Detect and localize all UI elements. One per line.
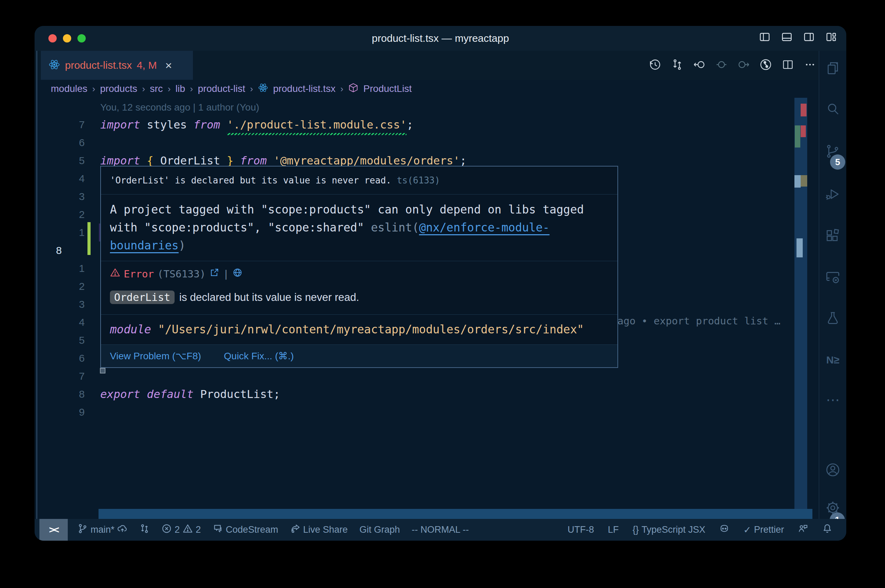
- copilot-status-item[interactable]: [719, 524, 729, 536]
- current-change-icon[interactable]: [715, 58, 728, 72]
- tooltip-module-section: module "/Users/juri/nrwl/content/myreact…: [101, 315, 618, 345]
- git-graph-status-item[interactable]: Git Graph: [359, 524, 400, 535]
- error-hover-tooltip: 'OrderList' is declared but its value is…: [100, 166, 618, 368]
- quick-fix-link[interactable]: Quick Fix... (⌘.): [224, 350, 294, 362]
- token: You, 12 seconds ago | 1 author (You): [100, 102, 259, 112]
- scrollbar-thumb[interactable]: [795, 175, 801, 188]
- extensions-icon[interactable]: [825, 228, 841, 243]
- line-number[interactable]: 2: [35, 278, 86, 296]
- editor-actions: [649, 51, 817, 80]
- gitlens-graph-icon[interactable]: [759, 58, 772, 72]
- token: default: [147, 388, 194, 401]
- breadcrumb-file[interactable]: product-list.tsx: [273, 83, 336, 94]
- testing-beaker-icon[interactable]: [825, 310, 841, 327]
- globe-icon[interactable]: [232, 267, 243, 280]
- line-number[interactable]: 6: [35, 349, 86, 367]
- toggle-panel-icon[interactable]: [781, 31, 793, 45]
- breadcrumb-product-list[interactable]: product-list: [198, 83, 245, 94]
- token: [194, 388, 200, 401]
- encoding-status-item[interactable]: UTF-8: [568, 524, 594, 535]
- previous-change-icon[interactable]: [693, 58, 706, 72]
- compare-changes-icon[interactable]: [671, 58, 684, 72]
- prettier-status-item[interactable]: ✓ Prettier: [743, 524, 784, 536]
- line-number[interactable]: 5: [35, 331, 86, 349]
- tooltip-resize-handle[interactable]: [100, 368, 105, 374]
- symbol-cube-icon: [348, 82, 359, 95]
- account-icon[interactable]: [825, 462, 841, 478]
- tab-product-list[interactable]: product-list.tsx 4, M ×: [41, 51, 193, 80]
- line-number[interactable]: 4: [35, 170, 86, 188]
- more-actions-icon[interactable]: [804, 58, 817, 72]
- token: [220, 118, 227, 131]
- search-icon[interactable]: [825, 101, 841, 117]
- branch-status-item[interactable]: main*: [77, 524, 128, 536]
- line-number[interactable]: 1: [35, 224, 86, 242]
- breadcrumb-lib[interactable]: lib: [176, 83, 185, 94]
- file-history-icon[interactable]: [649, 58, 662, 72]
- window-title: product-list.tsx — myreactapp: [35, 26, 846, 51]
- next-change-icon[interactable]: [737, 58, 750, 72]
- customize-layout-icon[interactable]: [825, 31, 837, 45]
- notifications-status-item[interactable]: [822, 524, 832, 536]
- line-number[interactable]: 1: [35, 260, 86, 278]
- breadcrumb-symbol[interactable]: ProductList: [363, 83, 412, 94]
- line-number[interactable]: 5: [35, 152, 86, 170]
- line-number[interactable]: 8: [35, 385, 86, 403]
- explorer-icon[interactable]: [825, 60, 841, 76]
- problems-status-item[interactable]: 2 2: [161, 524, 201, 536]
- view-problem-link[interactable]: View Problem (⌥F8): [110, 350, 201, 362]
- compare-status-item[interactable]: [139, 524, 150, 536]
- more-views-icon[interactable]: ⋯: [825, 393, 841, 409]
- line-number[interactable]: 8: [35, 242, 86, 260]
- split-editor-icon[interactable]: [781, 58, 795, 72]
- token: from: [194, 118, 220, 131]
- line-number[interactable]: 6: [35, 134, 86, 152]
- feedback-status-item[interactable]: [798, 524, 808, 536]
- breadcrumb-src[interactable]: src: [150, 83, 163, 94]
- breadcrumb-products[interactable]: products: [100, 83, 137, 94]
- line-number[interactable]: [35, 98, 86, 116]
- open-external-icon[interactable]: [209, 267, 219, 280]
- code-line: 9: [35, 403, 819, 421]
- line-number[interactable]: 7: [35, 367, 86, 385]
- line-number[interactable]: 7: [35, 116, 86, 134]
- codestream-status-item[interactable]: CodeStream: [213, 524, 278, 536]
- line-number[interactable]: 3: [35, 188, 86, 206]
- code-text[interactable]: export default ProductList;: [100, 385, 280, 403]
- token: ProductList;: [200, 388, 280, 401]
- line-number[interactable]: 2: [35, 206, 86, 224]
- overview-ruler[interactable]: [795, 98, 807, 509]
- remote-indicator[interactable]: ><: [39, 519, 68, 541]
- horizontal-scrollbar-thumb[interactable]: [99, 509, 812, 519]
- prettier-label: Prettier: [754, 524, 784, 535]
- nx-console-icon[interactable]: N≥: [825, 352, 841, 368]
- vim-mode-indicator[interactable]: -- NORMAL --: [412, 524, 469, 535]
- token: [140, 388, 147, 401]
- tab-bar: product-list.tsx 4, M ×: [35, 51, 819, 80]
- horizontal-scrollbar[interactable]: [35, 509, 819, 519]
- line-number[interactable]: 4: [35, 314, 86, 331]
- encoding-label: UTF-8: [568, 524, 594, 535]
- live-share-status-item[interactable]: Live Share: [290, 524, 348, 536]
- remote-explorer-icon[interactable]: [825, 269, 841, 285]
- git-graph-label: Git Graph: [359, 524, 400, 535]
- titlebar: product-list.tsx — myreactapp: [35, 26, 846, 51]
- toggle-secondary-sidebar-icon[interactable]: [803, 31, 815, 45]
- line-number[interactable]: 9: [35, 403, 86, 421]
- token: './product-list.module.css': [227, 116, 407, 134]
- eol-status-item[interactable]: LF: [608, 524, 619, 535]
- overview-mark-error: [801, 104, 807, 116]
- breadcrumb-modules[interactable]: modules: [51, 83, 87, 94]
- code-text[interactable]: You, 12 seconds ago | 1 author (You): [100, 98, 259, 116]
- ts-message-text: 'OrderList' is declared but its value is…: [110, 175, 391, 186]
- toggle-primary-sidebar-icon[interactable]: [759, 31, 771, 45]
- line-number[interactable]: 3: [35, 296, 86, 314]
- run-debug-icon[interactable]: [825, 186, 841, 202]
- tab-close-icon[interactable]: ×: [165, 59, 172, 72]
- code-text[interactable]: import styles from './product-list.modul…: [100, 116, 413, 134]
- chevron-right-icon: ›: [190, 84, 193, 94]
- overview-mark-warning: [801, 175, 807, 186]
- error-code: (TS6133): [157, 268, 206, 280]
- language-status-item[interactable]: {} TypeScript JSX: [633, 524, 706, 535]
- bell-icon: [822, 524, 832, 536]
